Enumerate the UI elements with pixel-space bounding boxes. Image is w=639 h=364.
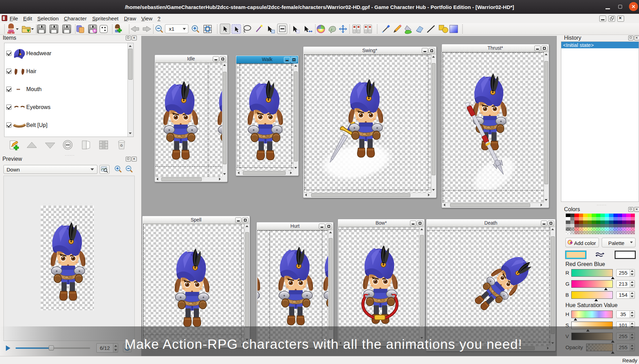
svg-text:NEW: NEW	[8, 31, 15, 35]
svg-text:x1: x1	[169, 26, 174, 32]
svg-text:♪: ♪	[331, 27, 333, 31]
svg-text:♻: ♻	[120, 144, 123, 147]
